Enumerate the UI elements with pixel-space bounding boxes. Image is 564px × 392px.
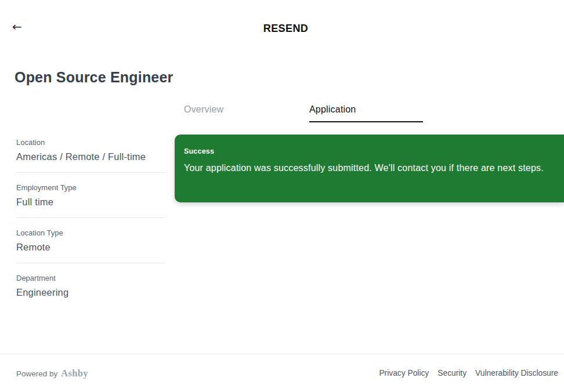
tab-bar: Overview Application xyxy=(184,104,423,122)
detail-location: Location Americas / Remote / Full-time xyxy=(16,133,165,173)
privacy-policy-link[interactable]: Privacy Policy xyxy=(379,369,429,378)
detail-employment-type-value: Full time xyxy=(16,197,165,208)
success-banner-message: Your application was successfully submit… xyxy=(184,161,544,175)
footer-links: Privacy Policy Security Vulnerability Di… xyxy=(379,369,558,378)
active-tab-indicator xyxy=(309,121,423,123)
detail-department-value: Engineering xyxy=(16,287,165,298)
success-banner-title: Success xyxy=(184,147,555,155)
security-link[interactable]: Security xyxy=(438,369,467,378)
tab-overview-label: Overview xyxy=(184,104,223,114)
tab-overview[interactable]: Overview xyxy=(184,104,298,122)
detail-employment-type: Employment Type Full time xyxy=(16,173,165,218)
detail-location-type: Location Type Remote xyxy=(16,218,165,263)
tab-application[interactable]: Application xyxy=(309,104,423,122)
powered-by-label: Powered by xyxy=(16,369,57,378)
detail-location-type-label: Location Type xyxy=(16,228,165,237)
detail-location-label: Location xyxy=(16,138,165,147)
ashby-logo[interactable]: Ashby xyxy=(61,368,88,379)
detail-employment-type-label: Employment Type xyxy=(16,183,165,192)
powered-by: Powered by Ashby xyxy=(16,368,88,379)
detail-department: Department Engineering xyxy=(16,263,165,308)
footer: Powered by Ashby Privacy Policy Security… xyxy=(0,354,564,392)
tab-application-label: Application xyxy=(309,104,356,114)
company-title: RESEND xyxy=(0,23,564,35)
detail-location-type-value: Remote xyxy=(16,242,165,253)
success-banner: Success Your application was successfull… xyxy=(175,135,564,202)
detail-location-value: Americas / Remote / Full-time xyxy=(16,151,165,162)
page-title: Open Source Engineer xyxy=(15,69,173,86)
vulnerability-disclosure-link[interactable]: Vulnerability Disclosure xyxy=(475,369,558,378)
job-details-list: Location Americas / Remote / Full-time E… xyxy=(16,133,165,308)
detail-department-label: Department xyxy=(16,274,165,282)
